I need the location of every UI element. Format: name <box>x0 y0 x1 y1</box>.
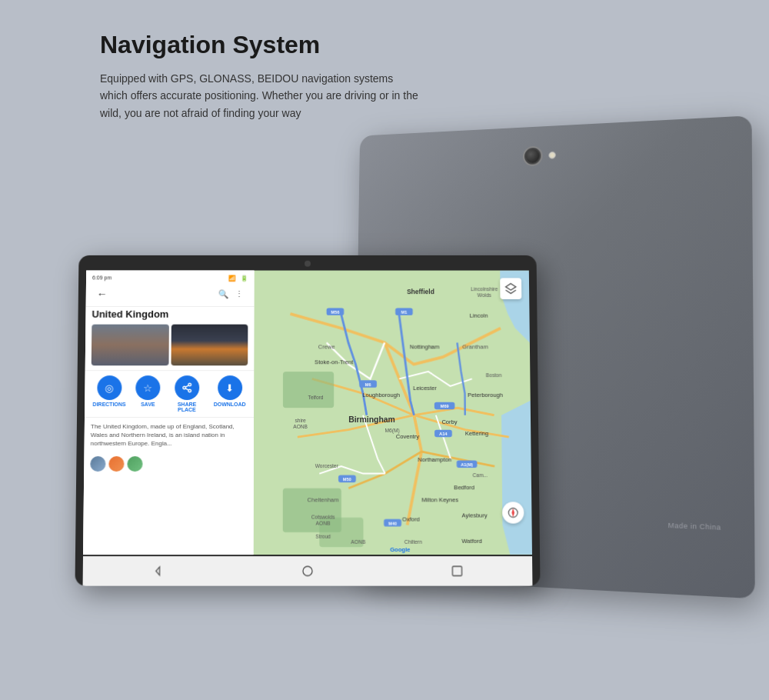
avatar-3 <box>127 456 142 472</box>
place-images <box>85 325 255 371</box>
download-icon-circle: ⬇ <box>218 375 242 400</box>
svg-text:Stroud: Stroud <box>315 534 331 539</box>
bottom-nav-bar <box>83 556 533 586</box>
svg-text:Stoke-on-Trent: Stoke-on-Trent <box>315 359 354 366</box>
nav-icons: 🔍 ⋮ <box>218 289 244 299</box>
svg-text:Kettering: Kettering <box>465 430 488 437</box>
svg-text:Oxford: Oxford <box>402 516 420 523</box>
svg-line-4 <box>185 385 188 387</box>
svg-text:Cotswolds: Cotswolds <box>311 515 335 520</box>
save-label: SAVE <box>141 402 155 407</box>
svg-text:Birmingham: Birmingham <box>348 415 395 424</box>
svg-text:Chiltern: Chiltern <box>404 538 422 544</box>
svg-text:Peterborough: Peterborough <box>468 392 503 398</box>
download-label: DOWNLOAD <box>214 402 246 407</box>
svg-marker-62 <box>511 508 514 518</box>
svg-text:A1(M): A1(M) <box>461 462 473 467</box>
svg-text:Bedford: Bedford <box>454 485 474 492</box>
svg-text:Corby: Corby <box>441 418 457 425</box>
svg-text:Sheffield: Sheffield <box>407 288 434 295</box>
svg-text:AONB: AONB <box>293 424 308 429</box>
map-sidebar: 6:09 pm 📶 🔋 ← 🔍 ⋮ United K <box>83 271 255 555</box>
page-description: Equipped with GPS, GLONASS, BEIDOU navig… <box>100 70 423 122</box>
home-nav-button[interactable] <box>300 563 315 578</box>
svg-text:Northampton: Northampton <box>418 456 451 463</box>
svg-text:AONB: AONB <box>351 539 366 545</box>
svg-text:Boston: Boston <box>486 373 502 378</box>
svg-point-64 <box>303 566 312 575</box>
save-icon-circle: ☆ <box>135 375 160 400</box>
svg-text:Lincoln: Lincoln <box>470 312 488 319</box>
svg-text:Cheltenham: Cheltenham <box>308 496 339 503</box>
svg-text:M6: M6 <box>365 382 371 387</box>
svg-text:Worcester: Worcester <box>315 463 339 468</box>
svg-text:Loughborough: Loughborough <box>362 392 400 398</box>
directions-label: DIRECTIONS <box>93 402 126 407</box>
avatar-2 <box>108 456 124 472</box>
svg-text:M40: M40 <box>388 521 397 525</box>
status-icons: 📶 🔋 <box>228 275 248 282</box>
svg-text:Cam...: Cam... <box>473 472 488 478</box>
svg-point-1 <box>183 386 186 388</box>
directions-button[interactable]: ◎ DIRECTIONS <box>92 375 126 412</box>
svg-marker-60 <box>506 284 516 291</box>
svg-text:Grantham: Grantham <box>462 343 488 350</box>
place-image-1 <box>92 325 169 366</box>
page-title: Navigation System <box>100 31 423 59</box>
action-buttons: ◎ DIRECTIONS ☆ SAVE <box>85 370 254 418</box>
svg-text:AONB: AONB <box>316 520 331 525</box>
svg-text:Telford: Telford <box>308 395 324 400</box>
more-options-icon[interactable]: ⋮ <box>235 289 244 299</box>
svg-marker-63 <box>155 567 159 575</box>
text-content: Navigation System Equipped with GPS, GLO… <box>100 31 423 122</box>
map-area[interactable]: M56 M1 M6 M69 A1(M) A14 <box>254 271 532 555</box>
map-svg: M56 M1 M6 M69 A1(M) A14 <box>254 271 532 555</box>
place-image-2 <box>171 325 248 366</box>
search-icon[interactable]: 🔍 <box>218 289 229 299</box>
svg-rect-65 <box>453 566 462 575</box>
svg-text:Google: Google <box>390 546 410 553</box>
page-container: Navigation System Equipped with GPS, GLO… <box>0 0 769 700</box>
share-place-button[interactable]: SHARE PLACE <box>170 375 204 412</box>
svg-text:M56: M56 <box>331 310 339 315</box>
layers-button[interactable] <box>500 278 521 299</box>
camera-lens <box>524 148 541 165</box>
sidebar-header: 6:09 pm 📶 🔋 ← 🔍 ⋮ <box>86 271 255 307</box>
back-arrow-icon[interactable]: ← <box>97 288 108 300</box>
directions-icon-circle: ◎ <box>97 375 122 400</box>
svg-text:Nottingham: Nottingham <box>410 343 440 350</box>
back-nav-button[interactable] <box>150 563 165 578</box>
tablet-screen: 6:09 pm 📶 🔋 ← 🔍 ⋮ United K <box>83 271 532 555</box>
svg-text:shire: shire <box>295 418 306 423</box>
camera-flash <box>548 152 556 159</box>
svg-text:Watford: Watford <box>461 537 481 544</box>
back-camera-area <box>524 147 556 165</box>
svg-point-2 <box>188 389 191 392</box>
front-camera <box>305 261 311 267</box>
brand-text: Made in China <box>668 522 721 532</box>
place-description: The United Kingdom, made up of England, … <box>85 418 254 453</box>
place-avatars <box>84 453 254 475</box>
share-icon-circle <box>175 375 199 400</box>
svg-text:M1: M1 <box>401 310 407 315</box>
battery-icon: 🔋 <box>241 275 248 282</box>
wifi-icon: 📶 <box>228 275 236 282</box>
avatar-1 <box>90 456 105 472</box>
svg-text:M69: M69 <box>441 404 449 408</box>
place-name: United Kingdom <box>85 307 254 325</box>
svg-text:Aylesbury: Aylesbury <box>461 512 488 519</box>
svg-rect-6 <box>283 372 334 408</box>
svg-text:Milton Keynes: Milton Keynes <box>421 496 458 503</box>
recents-nav-button[interactable] <box>450 563 465 578</box>
save-button[interactable]: ☆ SAVE <box>135 375 160 412</box>
sidebar-nav: ← 🔍 ⋮ <box>92 285 248 303</box>
download-button[interactable]: ⬇ DOWNLOAD <box>214 375 246 412</box>
compass-button[interactable] <box>502 502 524 523</box>
tablet-front: 6:09 pm 📶 🔋 ← 🔍 ⋮ United K <box>75 255 540 586</box>
svg-text:Crewe: Crewe <box>318 343 335 350</box>
svg-line-3 <box>185 388 188 390</box>
svg-text:Wolds: Wolds <box>478 292 492 298</box>
svg-text:Lincolnshire: Lincolnshire <box>471 286 498 292</box>
svg-text:M50: M50 <box>343 477 351 482</box>
svg-text:A14: A14 <box>439 432 448 436</box>
